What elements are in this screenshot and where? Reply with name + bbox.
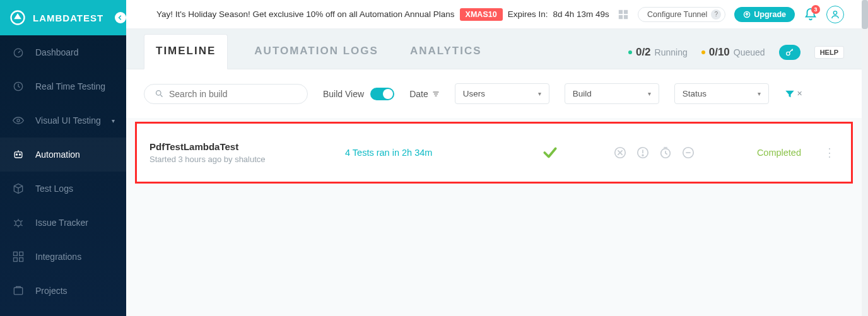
search-input-wrapper[interactable] [144, 84, 308, 104]
build-row[interactable]: PdfTestLambdaTest Started 3 hours ago by… [135, 122, 853, 184]
main: Yay! It's Holiday Season! Get exclusive … [126, 0, 862, 316]
sidebar-item-label: Integrations [35, 252, 81, 262]
build-view-toggle[interactable] [370, 88, 394, 100]
filter-icon [784, 88, 795, 100]
notifications-button[interactable]: 3 [804, 8, 818, 21]
sidebar-item-integrations[interactable]: Integrations [0, 240, 126, 274]
build-dropdown-label: Build [573, 89, 592, 98]
automation-icon [11, 148, 25, 161]
date-sort-button[interactable]: Date [409, 89, 440, 99]
checkmark-icon [509, 144, 591, 161]
chevron-down-icon: ▾ [758, 90, 761, 97]
upgrade-icon [743, 11, 751, 18]
queued-label: Queued [734, 47, 765, 57]
tab-analytics[interactable]: ANALYTICS [405, 35, 487, 69]
logs-icon [11, 182, 25, 196]
brand-name: LAMBDATEST [33, 13, 103, 23]
sidebar-item-test-logs[interactable]: Test Logs [0, 172, 126, 206]
tests-summary: 4 Tests ran in 2h 34m [345, 148, 509, 158]
sidebar-item-issue-tracker[interactable]: Issue Tracker [0, 206, 126, 240]
sidebar-item-label: Issue Tracker [35, 218, 88, 228]
search-icon [155, 89, 164, 98]
dashboard-icon [11, 45, 25, 59]
sidebar-item-label: Test Logs [35, 184, 73, 194]
scrollbar-thumb[interactable] [862, 0, 868, 29]
sort-icon [432, 90, 440, 98]
scrollbar[interactable] [862, 0, 868, 316]
build-more-menu[interactable]: ⋮ [820, 146, 838, 160]
tab-label: TIMELINE [156, 45, 216, 57]
sidebar-item-real-time-testing[interactable]: Real Time Testing [0, 69, 126, 103]
svg-point-23 [642, 155, 643, 156]
tabs-row: TIMELINE AUTOMATION LOGS ANALYTICS 0/2 R… [126, 29, 862, 69]
skip-icon [681, 146, 695, 160]
visual-icon [11, 114, 25, 127]
error-icon [613, 146, 627, 160]
svg-rect-11 [20, 258, 23, 262]
projects-icon [11, 284, 25, 298]
status-dropdown[interactable]: Status ▾ [674, 83, 769, 104]
sidebar-collapse-button[interactable] [115, 12, 126, 23]
svg-rect-16 [624, 15, 628, 18]
coupon-code: XMAS10 [460, 8, 503, 21]
svg-rect-8 [14, 252, 18, 256]
warning-icon [636, 146, 650, 160]
sidebar-item-visual-ui-testing[interactable]: Visual UI Testing ▾ [0, 103, 126, 138]
banner-text: Yay! It's Holiday Season! Get exclusive … [156, 9, 455, 19]
build-status: Completed [717, 148, 820, 158]
help-label: HELP [820, 49, 838, 56]
svg-rect-14 [624, 9, 628, 13]
sidebar-item-label: Dashboard [35, 47, 79, 57]
tab-label: ANALYTICS [410, 45, 482, 57]
grid-view-icon[interactable] [618, 9, 629, 20]
upgrade-button[interactable]: Upgrade [734, 7, 795, 22]
svg-point-6 [20, 154, 21, 155]
realtime-icon [11, 79, 25, 93]
status-icons-group [591, 146, 717, 160]
notification-count-badge: 3 [811, 5, 820, 14]
tab-timeline[interactable]: TIMELINE [144, 34, 228, 69]
sidebar-item-projects[interactable]: Projects [0, 274, 126, 308]
stat-queued: 0/10 Queued [701, 46, 765, 59]
date-label: Date [409, 89, 428, 99]
build-name: PdfTestLambdaTest [150, 141, 345, 152]
svg-point-7 [16, 221, 21, 226]
svg-point-19 [786, 52, 789, 55]
chevron-down-icon: ▾ [538, 90, 541, 97]
svg-rect-9 [20, 252, 23, 256]
sidebar-item-label: Visual UI Testing [35, 115, 101, 126]
build-view-label: Build View [323, 89, 364, 99]
clear-filters-button[interactable]: ✕ [784, 88, 802, 100]
svg-point-3 [17, 119, 20, 122]
sidebar-header: LAMBDATEST [0, 0, 126, 35]
svg-rect-15 [619, 15, 623, 18]
configure-tunnel-button[interactable]: Configure Tunnel ? [638, 7, 725, 22]
sidebar-item-label: Automation [35, 149, 80, 160]
build-subtitle: Started 3 hours ago by shalutce [150, 155, 345, 164]
expires-value: 8d 4h 13m 49s [553, 9, 609, 19]
users-dropdown[interactable]: Users ▾ [455, 83, 549, 104]
access-key-button[interactable] [779, 45, 801, 60]
help-icon: ? [711, 9, 721, 20]
sidebar: LAMBDATEST Dashboard Real Time Testing V… [0, 0, 126, 316]
svg-rect-13 [619, 9, 623, 13]
build-view-toggle-group: Build View [323, 88, 394, 100]
tab-label: AUTOMATION LOGS [254, 45, 378, 57]
bug-icon [11, 216, 25, 230]
help-button[interactable]: HELP [814, 46, 844, 59]
svg-point-20 [156, 91, 161, 96]
status-dot-queued [701, 50, 705, 54]
running-label: Running [655, 47, 688, 57]
build-dropdown[interactable]: Build ▾ [565, 83, 659, 104]
stat-running: 0/2 Running [628, 46, 688, 59]
chevron-down-icon: ▾ [112, 117, 115, 124]
sidebar-item-dashboard[interactable]: Dashboard [0, 35, 126, 69]
chevron-down-icon: ▾ [648, 90, 651, 97]
search-input[interactable] [169, 89, 297, 99]
user-avatar[interactable] [826, 6, 844, 23]
tab-automation-logs[interactable]: AUTOMATION LOGS [249, 35, 384, 69]
timer-icon [659, 146, 672, 160]
svg-rect-10 [14, 258, 18, 262]
configure-tunnel-label: Configure Tunnel [647, 10, 707, 19]
sidebar-item-automation[interactable]: Automation [0, 138, 126, 172]
